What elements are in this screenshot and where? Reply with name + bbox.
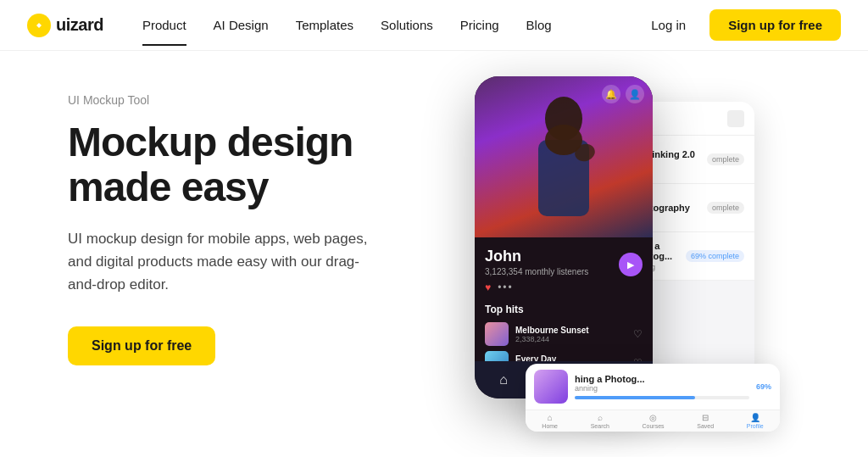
play-button[interactable]: ▶ — [619, 253, 643, 276]
phone-hero-image: 🔔 👤 — [475, 76, 653, 237]
logo-text: uizard — [56, 15, 103, 35]
dots-menu[interactable]: ••• — [498, 281, 514, 293]
bottom-percent: 69% — [756, 382, 771, 391]
nav-solutions[interactable]: Solutions — [369, 11, 445, 39]
track1-heart[interactable]: ♡ — [633, 328, 643, 340]
bottom-profile-icon: 👤 — [750, 413, 760, 422]
logo[interactable]: uizard — [27, 14, 103, 37]
phone-nav-home[interactable]: ⌂ — [499, 372, 508, 387]
nav-right: Log in Sign up for free — [641, 9, 841, 41]
bottom-nav-saved[interactable]: ⊟ Saved — [697, 413, 714, 429]
bottom-courses-label: Courses — [643, 423, 665, 429]
bottom-progress-fill — [575, 396, 695, 399]
hero-cta-button[interactable]: Sign up for free — [68, 326, 215, 365]
bottom-nav-courses[interactable]: ◎ Courses — [643, 413, 665, 429]
bottom-nav-search[interactable]: ⌕ Search — [591, 413, 609, 429]
phone-icons-row: 🔔 👤 — [602, 85, 644, 103]
bottom-progress-bar — [575, 396, 749, 399]
bottom-sub: anning — [575, 384, 749, 393]
bottom-nav-profile[interactable]: 👤 Profile — [747, 413, 764, 429]
tablet-item1-badge: omplete — [707, 153, 744, 165]
logo-icon — [27, 14, 51, 37]
tablet-item3-badge: 69% complete — [686, 250, 744, 262]
hero-section: UI Mockup Tool Mockup design made easy U… — [0, 51, 868, 457]
hero-description: UI mockup design for mobile apps, web pa… — [68, 227, 373, 297]
track1-thumbnail — [485, 322, 509, 346]
bottom-saved-label: Saved — [697, 423, 714, 429]
nav-pricing[interactable]: Pricing — [448, 11, 511, 39]
nav-product[interactable]: Product — [131, 11, 198, 39]
track1-name: Melbourne Sunset — [515, 326, 626, 335]
tablet-item2-badge: omplete — [707, 202, 744, 214]
artist-listeners: 3,123,354 monthly listeners — [485, 267, 588, 276]
hero-right: 🔔 👤 John 3,123,354 monthly listeners ▶ ♥… — [424, 85, 800, 457]
hero-left: UI Mockup Tool Mockup design made easy U… — [68, 85, 424, 365]
track1-plays: 2,338,244 — [515, 335, 626, 343]
top-hits-label: Top hits — [485, 304, 643, 315]
bottom-thumb — [534, 370, 568, 404]
nav-blog[interactable]: Blog — [515, 11, 564, 39]
phone-controls: ♥ ••• — [485, 281, 643, 293]
person-silhouette — [513, 93, 615, 237]
bottom-search-icon: ⌕ — [598, 413, 603, 422]
bottom-mockup: hing a Photog... anning 69% ⌂ Home ⌕ Sea… — [526, 364, 780, 432]
bottom-profile-label: Profile — [747, 423, 764, 429]
bottom-search-label: Search — [591, 423, 609, 429]
phone-bell-icon: 🔔 — [602, 85, 620, 103]
nav-ai-design[interactable]: AI Design — [202, 11, 281, 39]
heart-icon[interactable]: ♥ — [485, 281, 491, 293]
track1-info: Melbourne Sunset 2,338,244 — [515, 326, 626, 343]
bottom-nav: ⌂ Home ⌕ Search ◎ Courses ⊟ Saved 👤 P — [526, 410, 780, 432]
bottom-info: hing a Photog... anning — [575, 374, 749, 399]
bottom-mockup-content: hing a Photog... anning 69% — [526, 364, 780, 410]
hero-title: Mockup design made easy — [68, 120, 424, 210]
nav-links: Product AI Design Templates Solutions Pr… — [131, 11, 641, 39]
nav-templates[interactable]: Templates — [284, 11, 365, 39]
tablet-header-btn[interactable] — [727, 110, 744, 127]
bottom-courses-icon: ◎ — [649, 413, 657, 422]
hero-label: UI Mockup Tool — [68, 93, 424, 107]
bottom-saved-icon: ⊟ — [702, 413, 709, 422]
bottom-home-icon: ⌂ — [548, 413, 553, 422]
login-button[interactable]: Log in — [641, 11, 696, 39]
navbar: uizard Product AI Design Templates Solut… — [0, 0, 868, 51]
bottom-nav-home[interactable]: ⌂ Home — [542, 413, 558, 429]
bottom-title: hing a Photog... — [575, 374, 749, 384]
phone-mockup: 🔔 👤 John 3,123,354 monthly listeners ▶ ♥… — [475, 76, 653, 398]
bottom-home-label: Home — [542, 423, 558, 429]
nav-signup-button[interactable]: Sign up for free — [709, 9, 841, 41]
track-1: Melbourne Sunset 2,338,244 ♡ — [485, 322, 643, 346]
phone-profile-icon: 👤 — [626, 85, 644, 103]
artist-name: John — [485, 248, 588, 265]
